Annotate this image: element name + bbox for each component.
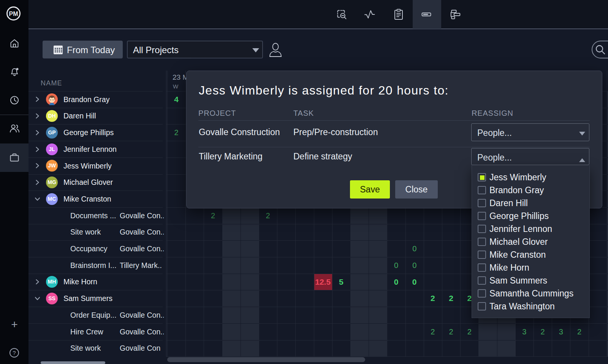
svg-text:PM: PM [9, 11, 18, 17]
svg-text:?: ? [13, 350, 16, 356]
